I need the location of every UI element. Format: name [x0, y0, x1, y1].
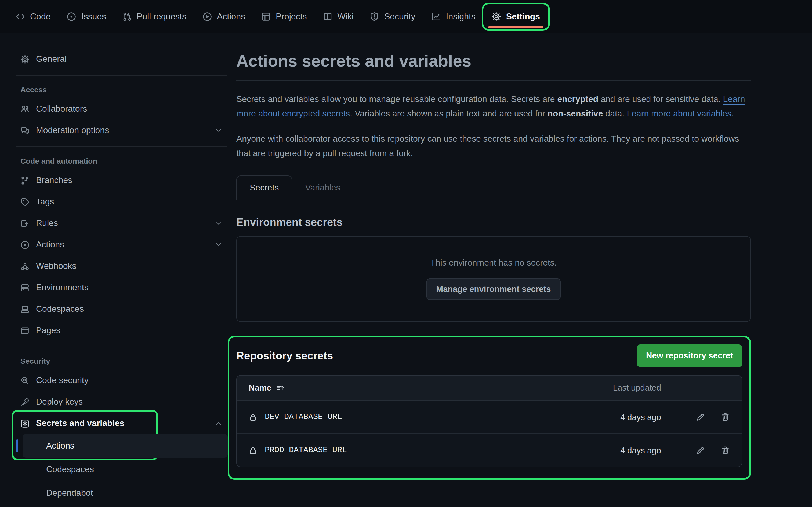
git-branch-icon: [20, 176, 30, 185]
asterisk-box-icon: [20, 419, 30, 428]
sidebar-item-label: Collaborators: [36, 104, 87, 114]
settings-sidebar: General Access Collaborators Moderation …: [0, 33, 236, 505]
trash-icon[interactable]: [721, 446, 730, 455]
intro-paragraph: Secrets and variables allow you to manag…: [236, 92, 751, 121]
secret-name: PROD_DATABASE_URL: [265, 446, 347, 455]
intro-bold-encrypted: encrypted: [557, 95, 598, 104]
environment-secrets-box: This environment has no secrets. Manage …: [236, 236, 751, 322]
sidebar-subitem-dependabot[interactable]: Dependabot: [22, 481, 228, 505]
rules-icon: [20, 219, 30, 228]
trash-icon[interactable]: [721, 412, 730, 422]
table-icon: [261, 11, 271, 21]
tab-settings[interactable]: Settings: [484, 4, 548, 29]
sidebar-item-code-security[interactable]: Code security: [15, 370, 228, 391]
sidebar-item-label: Pages: [36, 326, 60, 335]
sidebar-item-actions[interactable]: Actions: [15, 234, 228, 256]
link-learn-variables[interactable]: Learn more about variables: [627, 109, 731, 118]
sidebar-item-environments[interactable]: Environments: [15, 277, 228, 298]
tab-wiki[interactable]: Wiki: [315, 4, 362, 29]
secrets-and-variables-group: Secrets and variables Actions: [15, 412, 228, 458]
sidebar-divider: [16, 147, 226, 147]
table-header-row: Name Last updated: [237, 376, 742, 401]
sidebar-item-label: Moderation options: [36, 125, 109, 135]
tab-secrets[interactable]: Secrets: [236, 175, 292, 200]
tab-actions[interactable]: Actions: [194, 4, 253, 29]
tab-projects[interactable]: Projects: [253, 4, 315, 29]
repository-secrets-table: Name Last updated DEV_DATABASE_URL 4 day…: [236, 375, 742, 467]
intro-text: data.: [603, 109, 627, 118]
tab-settings-label: Settings: [506, 11, 540, 21]
sidebar-item-codespaces[interactable]: Codespaces: [15, 298, 228, 320]
sidebar-section-code-automation: Code and automation: [15, 154, 228, 170]
table-row: DEV_DATABASE_URL 4 days ago: [237, 401, 742, 434]
sidebar-section-access: Access: [15, 82, 228, 98]
tab-insights[interactable]: Insights: [423, 4, 484, 29]
key-icon: [20, 397, 30, 406]
sidebar-item-collaborators[interactable]: Collaborators: [15, 98, 228, 120]
git-pull-request-icon: [122, 11, 132, 21]
code-icon: [15, 11, 25, 21]
sidebar-item-general[interactable]: General: [15, 48, 228, 70]
tab-security-label: Security: [384, 11, 415, 21]
codespaces-icon: [20, 304, 30, 314]
secret-last-updated: 4 days ago: [591, 446, 661, 455]
sidebar-item-rules[interactable]: Rules: [15, 213, 228, 234]
secret-name: DEV_DATABASE_URL: [265, 412, 342, 422]
tab-code[interactable]: Code: [7, 4, 59, 29]
tab-issues[interactable]: Issues: [59, 4, 114, 29]
intro-text: .: [731, 109, 734, 118]
issue-opened-icon: [67, 11, 77, 21]
tab-wiki-label: Wiki: [338, 11, 354, 21]
comment-discussion-icon: [20, 126, 30, 135]
tab-actions-label: Actions: [217, 11, 245, 21]
lock-icon: [249, 446, 257, 455]
tab-pull-requests[interactable]: Pull requests: [114, 4, 194, 29]
sidebar-divider: [16, 347, 226, 347]
sidebar-item-label: Secrets and variables: [36, 418, 124, 428]
sidebar-item-webhooks[interactable]: Webhooks: [15, 256, 228, 277]
sidebar-item-label: Environments: [36, 283, 89, 292]
repository-secrets-header: Repository secrets New repository secret: [236, 344, 742, 368]
tab-insights-label: Insights: [446, 11, 475, 21]
sidebar-item-tags[interactable]: Tags: [15, 191, 228, 213]
sidebar-item-deploy-keys[interactable]: Deploy keys: [15, 391, 228, 412]
sidebar-subitem-actions[interactable]: Actions: [22, 434, 228, 458]
sidebar-item-label: General: [36, 54, 66, 64]
sidebar-item-pages[interactable]: Pages: [15, 320, 228, 341]
chevron-up-icon: [215, 419, 222, 427]
manage-environment-secrets-button[interactable]: Manage environment secrets: [426, 278, 560, 300]
annotation-box-repository-secrets: Repository secrets New repository secret…: [228, 336, 751, 480]
tab-variables[interactable]: Variables: [292, 176, 353, 200]
collaborator-note: Anyone with collaborator access to this …: [236, 131, 751, 160]
play-circle-icon: [202, 11, 212, 21]
play-circle-icon: [20, 240, 30, 249]
selected-item-bar: [16, 439, 18, 452]
environment-secrets-heading: Environment secrets: [236, 216, 751, 229]
active-tab-underline: [489, 26, 543, 27]
tab-issues-label: Issues: [81, 11, 106, 21]
gear-icon: [20, 54, 30, 64]
sidebar-item-secrets-and-variables[interactable]: Secrets and variables: [15, 412, 228, 434]
book-icon: [323, 11, 333, 21]
edit-pencil-icon[interactable]: [696, 446, 705, 455]
secret-last-updated: 4 days ago: [591, 412, 661, 422]
sidebar-subitem-codespaces[interactable]: Codespaces: [22, 458, 228, 481]
new-repository-secret-button[interactable]: New repository secret: [637, 344, 742, 367]
table-row: PROD_DATABASE_URL 4 days ago: [237, 434, 742, 467]
edit-pencil-icon[interactable]: [696, 412, 705, 422]
sidebar-divider: [16, 75, 226, 76]
sidebar-section-security: Security: [15, 353, 228, 370]
sidebar-item-branches[interactable]: Branches: [15, 170, 228, 191]
sidebar-item-moderation-options[interactable]: Moderation options: [15, 120, 228, 141]
sidebar-subitem-label: Dependabot: [46, 488, 93, 498]
chevron-down-icon: [215, 219, 222, 227]
sidebar-item-label: Tags: [36, 197, 54, 207]
repo-tab-bar: Code Issues Pull requests Actions Projec…: [0, 0, 812, 33]
title-divider: [236, 80, 751, 81]
sort-ascending-icon[interactable]: [276, 384, 285, 392]
name-column-header: Name: [249, 383, 271, 393]
environment-empty-text: This environment has no secrets.: [430, 258, 557, 268]
tab-security[interactable]: Security: [362, 4, 423, 29]
last-updated-column-header: Last updated: [591, 383, 661, 393]
sidebar-item-label: Code security: [36, 376, 89, 385]
